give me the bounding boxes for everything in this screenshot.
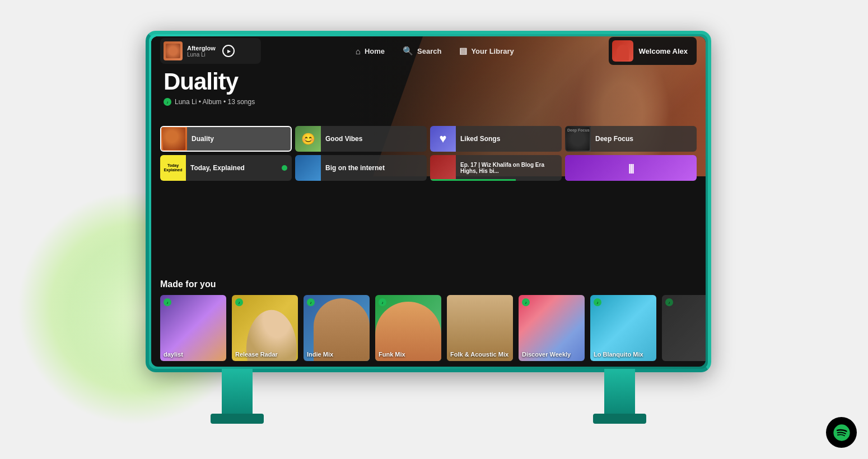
- hero-subtitle: ♪ Luna Li • Album • 13 songs: [164, 98, 255, 106]
- spotify-icon-funk: [379, 298, 386, 306]
- tv-frame: Afterglow Luna Li ⌂ Home 🔍 Search ▤ Your…: [146, 31, 711, 372]
- thumb-goodvibes: [295, 126, 321, 152]
- navbar: Afterglow Luna Li ⌂ Home 🔍 Search ▤ Your…: [151, 36, 706, 65]
- card-release-radar[interactable]: Release Radar: [232, 295, 298, 361]
- quick-item-liked[interactable]: ♥ Liked Songs: [430, 126, 562, 152]
- now-playing-title: Afterglow: [187, 45, 216, 51]
- section-title-made-for-you: Made for you: [160, 279, 706, 289]
- hero-subtitle-text: Luna Li • Album • 13 songs: [175, 98, 255, 106]
- quick-label-deepfocus: Deep Focus: [595, 135, 697, 143]
- card-label-indie: Indie Mix: [307, 351, 366, 358]
- quick-item-today[interactable]: Today Explained Today, Explained: [160, 155, 292, 181]
- spotify-logo: [826, 417, 857, 448]
- thumb-today: Today Explained: [160, 155, 186, 181]
- now-playing-widget[interactable]: Afterglow Luna Li: [160, 38, 261, 64]
- play-button[interactable]: [222, 45, 235, 57]
- quick-label-goodvibes: Good Vibes: [325, 135, 427, 143]
- search-label: Search: [417, 47, 441, 55]
- card-label-daylist: daylist: [164, 351, 223, 358]
- heart-icon: ♥: [439, 132, 446, 146]
- card-label-loblanq: Lo Blanquito Mix: [594, 351, 653, 358]
- throwback-icon: |||: [565, 155, 697, 181]
- quick-item-duality[interactable]: Duality: [160, 126, 292, 152]
- thumb-wiz: [430, 155, 456, 181]
- thumb-duality: [161, 126, 187, 152]
- today-thumb-text: Today Explained: [161, 163, 185, 173]
- quick-label-duality: Duality: [192, 135, 291, 143]
- deepfocus-text: Deep Focus: [567, 128, 590, 132]
- made-for-you-section: Made for you daylist Release Radar: [160, 279, 706, 361]
- search-icon: 🔍: [403, 46, 413, 56]
- quick-label-liked: Liked Songs: [460, 135, 562, 143]
- card-partial: [662, 295, 706, 361]
- nav-home[interactable]: ⌂ Home: [356, 46, 385, 56]
- spotify-dot: ♪: [164, 98, 171, 106]
- card-label-discover: Discover Weekly: [522, 351, 581, 358]
- quick-label-biginternet: Big on the internet: [325, 164, 427, 172]
- user-avatar: [612, 40, 633, 62]
- home-label: Home: [365, 47, 385, 55]
- spotify-icon-daylist: [164, 298, 171, 306]
- tv-foot-left: [211, 414, 264, 424]
- welcome-badge: Welcome Alex: [609, 37, 697, 65]
- nav-center: ⌂ Home 🔍 Search ▤ Your Library: [261, 46, 609, 56]
- quick-item-goodvibes[interactable]: Good Vibes: [295, 126, 427, 152]
- quick-label-wiz: Ep. 17 | Wiz Khalifa on Blog Era Highs, …: [460, 162, 562, 174]
- card-indie-mix[interactable]: Indie Mix: [304, 295, 370, 361]
- quick-access-grid: Duality Good Vibes ♥ Liked Songs Deep Fo…: [160, 126, 697, 181]
- card-label-folk: Folk & Acoustic Mix: [450, 351, 510, 358]
- library-label: Your Library: [471, 47, 514, 55]
- tv-stand-left: [222, 369, 253, 419]
- thumb-throwback: |||: [565, 155, 591, 181]
- spotify-icon-indie: [307, 298, 315, 306]
- welcome-text: Welcome Alex: [639, 47, 688, 55]
- card-label-release: Release Radar: [235, 351, 295, 358]
- home-icon: ⌂: [356, 46, 361, 56]
- tv-foot-right: [593, 414, 646, 424]
- tv-screen: Afterglow Luna Li ⌂ Home 🔍 Search ▤ Your…: [151, 36, 706, 367]
- now-playing-info: Afterglow Luna Li: [187, 45, 216, 58]
- nav-library[interactable]: ▤ Your Library: [459, 46, 514, 56]
- card-folk-acoustic[interactable]: Folk & Acoustic Mix: [447, 295, 513, 361]
- thumb-deepfocus: Deep Focus: [565, 126, 591, 152]
- nav-search[interactable]: 🔍 Search: [403, 46, 441, 56]
- thumb-biginternet: [295, 155, 321, 181]
- cards-row: daylist Release Radar Indie Mix: [160, 295, 706, 361]
- spotify-icon-partial: [665, 298, 673, 306]
- tv-stand-right: [604, 369, 635, 419]
- hero-content: Duality ♪ Luna Li • Album • 13 songs: [164, 69, 255, 106]
- quick-item-biginternet[interactable]: Big on the internet: [295, 155, 427, 181]
- quick-label-today: Today, Explained: [190, 164, 277, 172]
- new-episode-badge: [282, 165, 287, 171]
- quick-item-deepfocus[interactable]: Deep Focus Deep Focus: [565, 126, 697, 152]
- card-discover-weekly[interactable]: Discover Weekly: [519, 295, 585, 361]
- now-playing-thumbnail: [164, 41, 183, 60]
- card-label-funk: Funk Mix: [379, 351, 438, 358]
- now-playing-artist: Luna Li: [187, 51, 216, 58]
- spotify-icon-discover: [522, 298, 530, 306]
- episode-progress: [430, 179, 516, 181]
- quick-item-throwback[interactable]: ||| Throwback Mix: [565, 155, 697, 181]
- card-daylist[interactable]: daylist: [160, 295, 226, 361]
- spotify-icon-release: [235, 298, 243, 306]
- thumb-liked: ♥: [430, 126, 456, 152]
- card-lo-blanquito[interactable]: Lo Blanquito Mix: [590, 295, 656, 361]
- hero-title: Duality: [164, 69, 255, 95]
- card-funk-mix[interactable]: Funk Mix: [375, 295, 441, 361]
- spotify-icon-loblanq: [594, 298, 601, 306]
- quick-item-wiz[interactable]: Ep. 17 | Wiz Khalifa on Blog Era Highs, …: [430, 155, 562, 181]
- library-icon: ▤: [459, 46, 467, 56]
